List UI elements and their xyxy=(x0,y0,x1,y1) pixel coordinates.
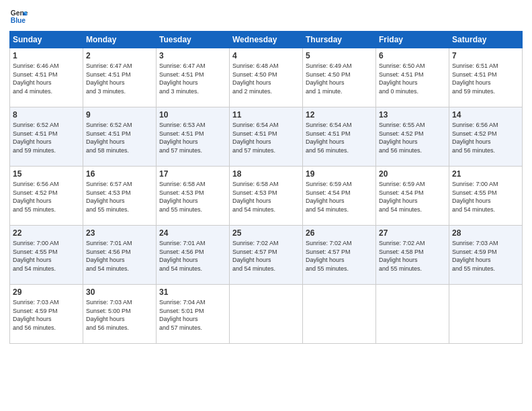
day-number: 17 xyxy=(159,169,226,179)
day-number: 27 xyxy=(379,228,446,238)
day-cell: 9Sunrise: 6:52 AMSunset: 4:51 PMDaylight… xyxy=(83,107,157,167)
day-number: 18 xyxy=(232,169,300,179)
week-row-2: 8Sunrise: 6:52 AMSunset: 4:51 PMDaylight… xyxy=(10,107,523,167)
day-cell: 19Sunrise: 6:59 AMSunset: 4:54 PMDayligh… xyxy=(303,167,376,226)
day-info: Sunrise: 6:59 AMSunset: 4:54 PMDaylight … xyxy=(306,180,373,214)
day-info: Sunrise: 7:00 AMSunset: 4:55 PMDaylight … xyxy=(452,180,519,214)
day-cell xyxy=(230,285,303,344)
day-info: Sunrise: 6:51 AMSunset: 4:51 PMDaylight … xyxy=(452,62,519,95)
day-info: Sunrise: 6:59 AMSunset: 4:54 PMDaylight … xyxy=(379,180,446,214)
day-number: 31 xyxy=(159,287,226,297)
day-cell: 7Sunrise: 6:51 AMSunset: 4:51 PMDaylight… xyxy=(449,48,523,107)
day-info: Sunrise: 6:55 AMSunset: 4:52 PMDaylight … xyxy=(379,121,446,154)
logo-icon: General Blue xyxy=(9,7,28,26)
header: General Blue xyxy=(9,7,523,26)
day-cell: 23Sunrise: 7:01 AMSunset: 4:56 PMDayligh… xyxy=(83,226,157,285)
day-cell: 2Sunrise: 6:47 AMSunset: 4:51 PMDaylight… xyxy=(83,48,157,107)
day-number: 19 xyxy=(306,169,373,179)
day-cell: 8Sunrise: 6:52 AMSunset: 4:51 PMDaylight… xyxy=(10,107,83,167)
day-info: Sunrise: 7:03 AMSunset: 5:00 PMDaylight … xyxy=(86,298,153,332)
week-row-4: 22Sunrise: 7:00 AMSunset: 4:55 PMDayligh… xyxy=(10,226,523,285)
day-number: 29 xyxy=(13,287,80,297)
day-cell: 3Sunrise: 6:47 AMSunset: 4:51 PMDaylight… xyxy=(157,48,230,107)
day-cell: 18Sunrise: 6:58 AMSunset: 4:53 PMDayligh… xyxy=(230,167,303,226)
day-info: Sunrise: 7:01 AMSunset: 4:56 PMDaylight … xyxy=(86,239,153,273)
col-header-tuesday: Tuesday xyxy=(157,32,230,48)
day-number: 5 xyxy=(306,51,373,60)
day-info: Sunrise: 7:01 AMSunset: 4:56 PMDaylight … xyxy=(159,239,226,273)
day-number: 7 xyxy=(452,51,519,60)
day-number: 11 xyxy=(232,110,300,120)
col-header-friday: Friday xyxy=(376,32,449,48)
header-row: SundayMondayTuesdayWednesdayThursdayFrid… xyxy=(10,32,523,48)
day-number: 8 xyxy=(13,110,80,120)
day-cell: 24Sunrise: 7:01 AMSunset: 4:56 PMDayligh… xyxy=(157,226,230,285)
day-info: Sunrise: 7:03 AMSunset: 4:59 PMDaylight … xyxy=(452,239,519,273)
day-number: 13 xyxy=(379,110,446,120)
day-info: Sunrise: 6:54 AMSunset: 4:51 PMDaylight … xyxy=(232,121,300,154)
day-number: 12 xyxy=(306,110,373,120)
day-cell: 14Sunrise: 6:56 AMSunset: 4:52 PMDayligh… xyxy=(449,107,523,167)
calendar-container: General Blue SundayMondayTuesdayWednesda… xyxy=(0,0,532,351)
day-cell: 28Sunrise: 7:03 AMSunset: 4:59 PMDayligh… xyxy=(449,226,523,285)
day-number: 2 xyxy=(86,51,153,60)
day-info: Sunrise: 6:56 AMSunset: 4:52 PMDaylight … xyxy=(13,180,80,214)
col-header-thursday: Thursday xyxy=(303,32,376,48)
day-number: 9 xyxy=(86,110,153,120)
day-info: Sunrise: 6:47 AMSunset: 4:51 PMDaylight … xyxy=(159,62,226,95)
day-info: Sunrise: 6:58 AMSunset: 4:53 PMDaylight … xyxy=(159,180,226,214)
day-number: 22 xyxy=(13,228,80,238)
col-header-wednesday: Wednesday xyxy=(230,32,303,48)
day-info: Sunrise: 6:56 AMSunset: 4:52 PMDaylight … xyxy=(452,121,519,154)
day-number: 3 xyxy=(159,51,226,60)
col-header-sunday: Sunday xyxy=(10,32,83,48)
day-info: Sunrise: 6:53 AMSunset: 4:51 PMDaylight … xyxy=(159,121,226,154)
day-cell xyxy=(303,285,376,344)
day-cell: 1Sunrise: 6:46 AMSunset: 4:51 PMDaylight… xyxy=(10,48,83,107)
day-cell: 13Sunrise: 6:55 AMSunset: 4:52 PMDayligh… xyxy=(376,107,449,167)
day-info: Sunrise: 6:49 AMSunset: 4:50 PMDaylight … xyxy=(306,62,373,95)
calendar-table: SundayMondayTuesdayWednesdayThursdayFrid… xyxy=(9,31,523,344)
day-info: Sunrise: 7:02 AMSunset: 4:57 PMDaylight … xyxy=(306,239,373,273)
day-cell: 30Sunrise: 7:03 AMSunset: 5:00 PMDayligh… xyxy=(83,285,157,344)
day-number: 30 xyxy=(86,287,153,297)
day-info: Sunrise: 6:52 AMSunset: 4:51 PMDaylight … xyxy=(13,121,80,154)
day-cell xyxy=(449,285,523,344)
day-number: 6 xyxy=(379,51,446,60)
day-cell: 10Sunrise: 6:53 AMSunset: 4:51 PMDayligh… xyxy=(157,107,230,167)
day-info: Sunrise: 6:50 AMSunset: 4:51 PMDaylight … xyxy=(379,62,446,95)
day-cell: 15Sunrise: 6:56 AMSunset: 4:52 PMDayligh… xyxy=(10,167,83,226)
week-row-3: 15Sunrise: 6:56 AMSunset: 4:52 PMDayligh… xyxy=(10,167,523,226)
day-cell: 31Sunrise: 7:04 AMSunset: 5:01 PMDayligh… xyxy=(157,285,230,344)
day-cell: 5Sunrise: 6:49 AMSunset: 4:50 PMDaylight… xyxy=(303,48,376,107)
day-cell: 20Sunrise: 6:59 AMSunset: 4:54 PMDayligh… xyxy=(376,167,449,226)
day-info: Sunrise: 6:52 AMSunset: 4:51 PMDaylight … xyxy=(86,121,153,154)
day-info: Sunrise: 7:00 AMSunset: 4:55 PMDaylight … xyxy=(13,239,80,273)
day-number: 10 xyxy=(159,110,226,120)
week-row-5: 29Sunrise: 7:03 AMSunset: 4:59 PMDayligh… xyxy=(10,285,523,344)
day-number: 1 xyxy=(13,51,80,60)
day-cell: 25Sunrise: 7:02 AMSunset: 4:57 PMDayligh… xyxy=(230,226,303,285)
day-cell: 21Sunrise: 7:00 AMSunset: 4:55 PMDayligh… xyxy=(449,167,523,226)
day-info: Sunrise: 6:48 AMSunset: 4:50 PMDaylight … xyxy=(232,62,300,95)
day-info: Sunrise: 6:47 AMSunset: 4:51 PMDaylight … xyxy=(86,62,153,95)
day-info: Sunrise: 6:58 AMSunset: 4:53 PMDaylight … xyxy=(232,180,300,214)
week-row-1: 1Sunrise: 6:46 AMSunset: 4:51 PMDaylight… xyxy=(10,48,523,107)
day-cell: 22Sunrise: 7:00 AMSunset: 4:55 PMDayligh… xyxy=(10,226,83,285)
day-cell: 16Sunrise: 6:57 AMSunset: 4:53 PMDayligh… xyxy=(83,167,157,226)
day-number: 24 xyxy=(159,228,226,238)
day-info: Sunrise: 6:57 AMSunset: 4:53 PMDaylight … xyxy=(86,180,153,214)
logo: General Blue xyxy=(9,7,31,26)
day-cell: 6Sunrise: 6:50 AMSunset: 4:51 PMDaylight… xyxy=(376,48,449,107)
day-number: 4 xyxy=(232,51,300,60)
day-info: Sunrise: 6:46 AMSunset: 4:51 PMDaylight … xyxy=(13,62,80,95)
col-header-monday: Monday xyxy=(83,32,157,48)
day-info: Sunrise: 7:02 AMSunset: 4:58 PMDaylight … xyxy=(379,239,446,273)
day-number: 25 xyxy=(232,228,300,238)
day-info: Sunrise: 6:54 AMSunset: 4:51 PMDaylight … xyxy=(306,121,373,154)
day-number: 21 xyxy=(452,169,519,179)
day-cell: 4Sunrise: 6:48 AMSunset: 4:50 PMDaylight… xyxy=(230,48,303,107)
day-info: Sunrise: 7:02 AMSunset: 4:57 PMDaylight … xyxy=(232,239,300,273)
col-header-saturday: Saturday xyxy=(449,32,523,48)
day-number: 28 xyxy=(452,228,519,238)
